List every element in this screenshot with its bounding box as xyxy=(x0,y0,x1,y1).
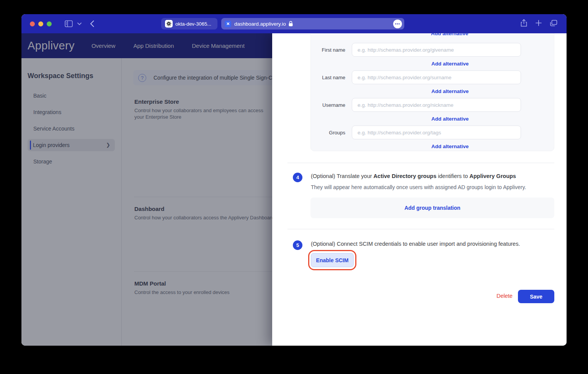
tab-overview-icon[interactable] xyxy=(550,20,557,28)
add-alternative-link-clipped[interactable]: Add alternative xyxy=(345,33,554,37)
step-4-subtext: They will appear here automatically once… xyxy=(311,184,526,190)
first-name-input[interactable] xyxy=(352,43,521,57)
step-5-text: (Optional) Connect SCIM credentials to e… xyxy=(311,241,520,247)
url-text: dashboard.applivery.io xyxy=(234,21,286,27)
step-5-badge: 5 xyxy=(293,240,302,250)
lock-icon xyxy=(289,21,293,26)
new-tab-icon[interactable] xyxy=(536,20,542,28)
chevron-down-icon[interactable] xyxy=(77,23,82,25)
add-alternative-link[interactable]: Add alternative xyxy=(431,33,469,36)
traffic-lights xyxy=(30,21,52,26)
chrome-actions xyxy=(521,19,557,28)
delete-link[interactable]: Delete xyxy=(497,293,513,299)
minimize-button[interactable] xyxy=(38,21,43,26)
tab-okta-label: okta-dev-3065... xyxy=(175,21,211,27)
add-group-translation-link[interactable]: Add group translation xyxy=(404,205,460,211)
last-name-input[interactable] xyxy=(352,70,521,84)
last-name-label: Last name xyxy=(317,75,345,80)
drawer-divider xyxy=(287,229,554,229)
desktop-background: okta-dev-3065... ✕ dashboard.applivery.i… xyxy=(0,0,588,374)
enable-scim-button[interactable]: Enable SCIM xyxy=(311,253,354,267)
login-provider-drawer: Add alternative First name Add alternati… xyxy=(272,33,567,346)
add-alternative-link[interactable]: Add alternative xyxy=(431,88,469,94)
username-input[interactable] xyxy=(352,98,521,112)
web-page: Applivery Overview App Distribution Devi… xyxy=(21,33,567,346)
okta-favicon-icon xyxy=(165,20,173,28)
drawer-divider xyxy=(287,163,554,163)
attribute-mapping-panel: First name Add alternative Last name Add… xyxy=(310,33,554,151)
first-name-label: First name xyxy=(317,47,345,53)
back-button[interactable] xyxy=(90,20,94,27)
close-button[interactable] xyxy=(30,21,35,26)
annotation-highlight-ring: Enable SCIM xyxy=(308,250,356,270)
group-translation-box: Add group translation xyxy=(310,198,554,218)
fullscreen-button[interactable] xyxy=(47,21,52,26)
page-settings-icon[interactable]: ••• xyxy=(393,20,402,28)
add-alternative-link[interactable]: Add alternative xyxy=(431,144,469,149)
share-icon[interactable] xyxy=(521,19,527,28)
add-alternative-link[interactable]: Add alternative xyxy=(431,116,469,122)
applivery-favicon-icon: ✕ xyxy=(225,21,231,27)
address-bar[interactable]: ✕ dashboard.applivery.io ••• xyxy=(221,18,404,29)
groups-label: Groups xyxy=(317,130,345,136)
save-button[interactable]: Save xyxy=(518,290,554,303)
username-label: Username xyxy=(317,102,345,108)
step-4-text: (Optional) Translate your Active Directo… xyxy=(311,173,516,179)
add-alternative-link[interactable]: Add alternative xyxy=(431,61,469,67)
step-4-badge: 4 xyxy=(293,173,302,182)
sidebar-toggle-icon[interactable] xyxy=(65,20,73,27)
browser-toolbar: okta-dev-3065... ✕ dashboard.applivery.i… xyxy=(21,14,567,33)
groups-input[interactable] xyxy=(352,126,521,139)
browser-window: okta-dev-3065... ✕ dashboard.applivery.i… xyxy=(21,14,567,346)
tab-okta[interactable]: okta-dev-3065... xyxy=(161,18,217,29)
